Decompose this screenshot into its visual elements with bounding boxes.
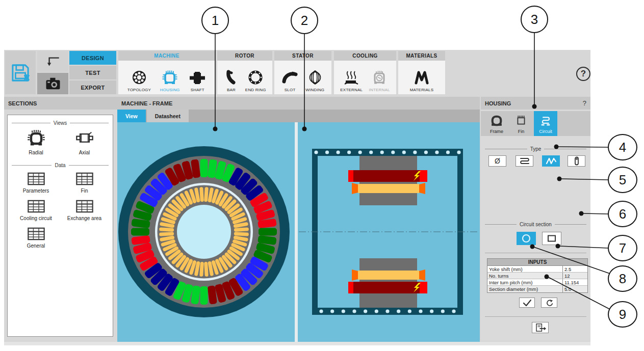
circuit-type-none-button[interactable]: Ø — [488, 155, 506, 167]
toolbar-item-bar[interactable]: BAR — [223, 61, 239, 94]
radial-view-icon — [26, 129, 46, 148]
toolbar-group-cooling: COOLING EXTERNAL — [334, 51, 396, 94]
input-value[interactable]: 5.0 — [563, 286, 587, 292]
circuit-section-fieldset-label: Circuit section — [485, 222, 586, 227]
toolbar-item-external[interactable]: EXTERNAL — [340, 61, 363, 94]
views-separator: Views — [12, 120, 109, 126]
input-value[interactable]: 12 — [563, 273, 587, 279]
mode-button-design[interactable]: DESIGN — [69, 51, 116, 65]
section-item-cooling-circuit[interactable]: Cooling circuit — [12, 199, 60, 221]
toolbar-group-machine: MACHINE TOPOLOGY — [118, 51, 215, 94]
tab-view[interactable]: View — [117, 110, 146, 122]
radial-cross-section-view[interactable] — [117, 122, 295, 342]
toolbar-item-housing[interactable]: HOUSING — [160, 61, 180, 94]
circuit-type-zigzag-button[interactable] — [542, 155, 560, 167]
toolbar-item-slot[interactable]: SLOT — [281, 61, 299, 94]
input-value[interactable]: 2.5 — [563, 266, 587, 272]
undo-button[interactable] — [37, 51, 68, 72]
toolbar-item-label: SLOT — [285, 88, 296, 92]
housing-tab-fin[interactable]: Fin — [509, 111, 533, 136]
section-item-exchange-area[interactable]: Exchange area — [60, 199, 109, 221]
section-item-label: General — [27, 243, 45, 249]
fin-tab-icon — [514, 114, 528, 128]
app-bottom-strip — [4, 342, 590, 345]
mode-button-test[interactable]: TEST — [69, 66, 116, 79]
section-item-parameters[interactable]: Parameters — [12, 171, 60, 194]
circuit-section-square-button[interactable] — [542, 232, 561, 245]
axial-cross-section-view[interactable] — [298, 122, 480, 342]
machine-frame-title: MACHINE - FRAME — [121, 100, 172, 106]
toolbar-group-rotor: ROTOR BAR — [217, 51, 272, 94]
toolbar-item-topology[interactable]: TOPOLOGY — [127, 61, 151, 94]
callout-9: 9 — [608, 301, 637, 328]
housing-tab-frame[interactable]: Frame — [485, 111, 508, 136]
type-fieldset-label: Type — [485, 146, 586, 152]
shaft-icon — [189, 69, 206, 87]
toolbar-item-label: SHAFT — [191, 88, 204, 92]
frame-tab-icon — [490, 114, 504, 128]
input-value[interactable]: 11.154 — [563, 279, 587, 285]
section-item-label: Radial — [29, 150, 43, 155]
toolbar-item-winding[interactable]: WINDING — [305, 61, 324, 94]
axial-view-icon — [74, 129, 95, 148]
materials-icon — [413, 69, 430, 87]
stator-slot-icon — [281, 69, 299, 87]
housing-panel: Frame Fin — [481, 110, 590, 341]
save-button[interactable] — [5, 51, 36, 94]
capsule-icon — [573, 156, 580, 166]
group-title-cooling: COOLING — [334, 51, 396, 61]
machine-viewport — [117, 122, 480, 342]
serpentine-icon — [518, 157, 531, 165]
toolbar-item-materials[interactable]: MATERIALS — [410, 61, 434, 94]
axial-motor-drawing — [298, 122, 480, 342]
callout-7: 7 — [608, 235, 637, 261]
table-row[interactable]: Yoke shift (mm) 2.5 — [487, 266, 587, 273]
housing-tabs: Frame Fin — [481, 111, 590, 136]
export-document-icon — [534, 323, 547, 332]
housing-icon — [161, 69, 178, 87]
circuit-type-serpentine-button[interactable] — [516, 155, 533, 167]
mode-button-export[interactable]: EXPORT — [69, 80, 116, 94]
group-title-rotor: ROTOR — [217, 51, 272, 61]
callout-4: 4 — [608, 134, 637, 160]
section-item-fin[interactable]: Fin — [60, 171, 109, 194]
radial-motor-drawing — [117, 122, 295, 342]
toolbar-item-label: BAR — [227, 88, 236, 92]
tab-datasheet[interactable]: Datasheet — [147, 110, 189, 122]
apply-button[interactable] — [519, 298, 535, 308]
section-item-general[interactable]: General — [12, 226, 60, 249]
check-icon — [522, 299, 532, 307]
cooling-circuit-table-icon — [27, 199, 46, 214]
table-row[interactable]: Section diameter (mm) 5.0 — [487, 286, 587, 292]
screenshot-button[interactable] — [37, 73, 68, 94]
square-section-icon — [547, 234, 557, 242]
callout-3: 3 — [521, 6, 548, 33]
screenshot-stage: DESIGN TEST EXPORT MACHINE — [0, 0, 644, 351]
sections-title: SECTIONS — [8, 100, 37, 106]
export-circuit-button[interactable] — [532, 322, 549, 333]
circuit-section-circle-button[interactable] — [517, 232, 536, 245]
divider — [485, 316, 586, 317]
group-title-materials: MATERIALS — [398, 51, 445, 61]
housing-tab-circuit[interactable]: Circuit — [534, 111, 557, 136]
circuit-type-capsule-button[interactable] — [568, 155, 585, 167]
general-table-icon — [27, 226, 46, 241]
group-title-stator: STATOR — [274, 51, 331, 61]
help-button[interactable]: ? — [576, 67, 590, 81]
zigzag-icon — [545, 157, 558, 165]
toolbar-item-end-ring[interactable]: END RING — [245, 61, 266, 94]
main-toolbar: DESIGN TEST EXPORT MACHINE — [4, 50, 590, 95]
input-label: Section diameter (mm) — [487, 286, 563, 292]
section-item-axial[interactable]: Axial — [60, 129, 109, 155]
machine-frame-header: MACHINE - FRAME — [117, 97, 480, 110]
table-row[interactable]: No. turns 12 — [487, 273, 587, 279]
table-row[interactable]: Inter turn pitch (mm) 11.154 — [487, 279, 587, 286]
toolbar-item-shaft[interactable]: SHAFT — [189, 61, 206, 94]
toolbar-item-label: END RING — [245, 88, 266, 92]
housing-help-icon[interactable]: ? — [583, 99, 586, 107]
winding-icon — [306, 69, 324, 87]
reset-button[interactable] — [541, 298, 557, 308]
section-item-radial[interactable]: Radial — [12, 129, 60, 155]
section-item-label: Fin — [81, 188, 88, 194]
internal-cooling-icon — [371, 69, 388, 87]
